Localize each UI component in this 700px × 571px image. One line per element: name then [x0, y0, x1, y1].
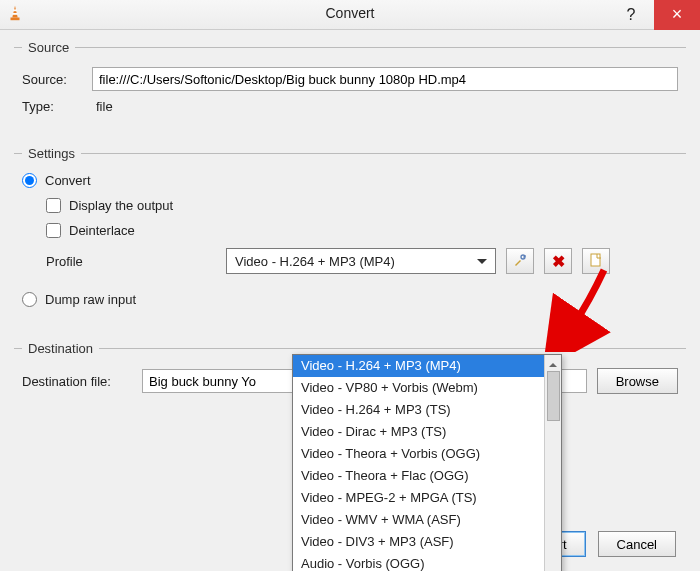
display-output-label: Display the output: [69, 198, 173, 213]
profile-option[interactable]: Video - MPEG-2 + MPGA (TS): [293, 487, 544, 509]
profile-option[interactable]: Audio - Vorbis (OGG): [293, 553, 544, 571]
profile-combobox[interactable]: Video - H.264 + MP3 (MP4): [226, 248, 496, 274]
dump-raw-radio[interactable]: [22, 292, 37, 307]
edit-profile-button[interactable]: [506, 248, 534, 274]
profile-dropdown-list[interactable]: Video - H.264 + MP3 (MP4)Video - VP80 + …: [292, 354, 562, 571]
svg-rect-1: [11, 18, 20, 21]
profile-option[interactable]: Video - Theora + Flac (OGG): [293, 465, 544, 487]
new-file-icon: [588, 252, 604, 271]
profile-option[interactable]: Video - H.264 + MP3 (MP4): [293, 355, 544, 377]
source-legend: Source: [22, 40, 75, 55]
source-group: Source Source: Type: file: [14, 40, 686, 132]
profile-option[interactable]: Video - Dirac + MP3 (TS): [293, 421, 544, 443]
titlebar: Convert ? ×: [0, 0, 700, 30]
window-title: Convert: [0, 5, 700, 21]
deinterlace-label: Deinterlace: [69, 223, 135, 238]
svg-rect-3: [13, 13, 18, 15]
profile-option[interactable]: Video - H.264 + MP3 (TS): [293, 399, 544, 421]
settings-group: Settings Convert Display the output Dein…: [14, 146, 686, 327]
wrench-icon: [512, 252, 528, 271]
cancel-button[interactable]: Cancel: [598, 531, 676, 557]
svg-rect-5: [591, 254, 600, 266]
deinterlace-checkbox[interactable]: [46, 223, 61, 238]
settings-legend: Settings: [22, 146, 81, 161]
profile-option[interactable]: Video - VP80 + Vorbis (Webm): [293, 377, 544, 399]
convert-label: Convert: [45, 173, 91, 188]
type-value: file: [96, 99, 113, 114]
browse-button[interactable]: Browse: [597, 368, 678, 394]
close-button[interactable]: ×: [654, 0, 700, 30]
source-input[interactable]: [92, 67, 678, 91]
profile-option[interactable]: Video - WMV + WMA (ASF): [293, 509, 544, 531]
profile-selected: Video - H.264 + MP3 (MP4): [235, 254, 395, 269]
destination-label: Destination file:: [22, 374, 132, 389]
vlc-cone-icon: [6, 4, 24, 25]
type-label: Type:: [22, 99, 82, 114]
profile-label: Profile: [46, 254, 106, 269]
display-output-checkbox[interactable]: [46, 198, 61, 213]
delete-icon: ✖: [552, 252, 565, 271]
new-profile-button[interactable]: [582, 248, 610, 274]
svg-rect-2: [13, 9, 17, 11]
convert-radio[interactable]: [22, 173, 37, 188]
profile-option[interactable]: Video - DIV3 + MP3 (ASF): [293, 531, 544, 553]
profile-option[interactable]: Video - Theora + Vorbis (OGG): [293, 443, 544, 465]
source-label: Source:: [22, 72, 82, 87]
dropdown-scrollbar[interactable]: [544, 355, 561, 571]
delete-profile-button[interactable]: ✖: [544, 248, 572, 274]
dump-raw-label: Dump raw input: [45, 292, 136, 307]
scrollbar-thumb[interactable]: [547, 371, 560, 421]
destination-legend: Destination: [22, 341, 99, 356]
svg-marker-0: [12, 6, 17, 18]
help-button[interactable]: ?: [608, 0, 654, 30]
